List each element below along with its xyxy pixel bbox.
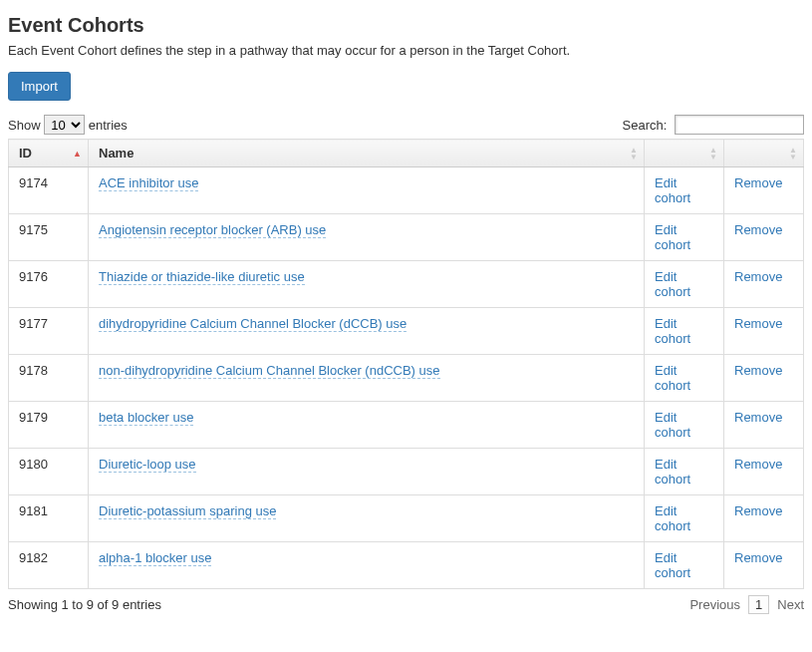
- cohort-link[interactable]: beta blocker use: [99, 410, 193, 426]
- table-row: 9176Thiazide or thiazide-like diuretic u…: [9, 261, 804, 308]
- remove-cohort-link[interactable]: Remove: [734, 457, 782, 472]
- cell-edit: Edit cohort: [645, 167, 724, 214]
- page-title: Event Cohorts: [8, 14, 804, 37]
- pagination: Previous 1 Next: [689, 595, 804, 614]
- edit-cohort-link[interactable]: Edit cohort: [655, 175, 690, 205]
- cell-id: 9177: [9, 308, 89, 355]
- cell-remove: Remove: [724, 449, 804, 495]
- page-description: Each Event Cohort defines the step in a …: [8, 43, 804, 58]
- remove-cohort-link[interactable]: Remove: [734, 316, 782, 331]
- edit-cohort-link[interactable]: Edit cohort: [655, 269, 690, 299]
- length-prefix: Show: [8, 118, 41, 133]
- cohort-link[interactable]: Angiotensin receptor blocker (ARB) use: [99, 222, 326, 238]
- table-row: 9179beta blocker useEdit cohortRemove: [9, 402, 804, 449]
- remove-cohort-link[interactable]: Remove: [734, 410, 782, 425]
- table-row: 9178non-dihydropyridine Calcium Channel …: [9, 355, 804, 402]
- page-length-control: Show 10 entries: [8, 115, 128, 135]
- cell-edit: Edit cohort: [645, 214, 724, 261]
- search-input[interactable]: [675, 115, 804, 135]
- col-header-id[interactable]: ID ▲: [9, 140, 89, 167]
- cell-name: beta blocker use: [89, 402, 645, 449]
- remove-cohort-link[interactable]: Remove: [734, 222, 782, 237]
- cohorts-table: ID ▲ Name ▲▼ ▲▼ ▲▼ 9174: [8, 139, 804, 589]
- edit-cohort-link[interactable]: Edit cohort: [655, 363, 690, 393]
- cell-id: 9175: [9, 214, 89, 261]
- search-control: Search:: [623, 115, 804, 135]
- edit-cohort-link[interactable]: Edit cohort: [655, 410, 690, 440]
- cohort-link[interactable]: alpha-1 blocker use: [99, 550, 211, 566]
- col-header-id-label: ID: [19, 146, 32, 161]
- cell-id: 9176: [9, 261, 89, 308]
- cell-remove: Remove: [724, 308, 804, 355]
- table-row: 9177dihydropyridine Calcium Channel Bloc…: [9, 308, 804, 355]
- cell-remove: Remove: [724, 261, 804, 308]
- cell-name: Angiotensin receptor blocker (ARB) use: [89, 214, 645, 261]
- sort-icon: ▲▼: [630, 147, 638, 161]
- page-number-current[interactable]: 1: [748, 595, 769, 614]
- edit-cohort-link[interactable]: Edit cohort: [655, 222, 690, 252]
- cell-id: 9179: [9, 402, 89, 449]
- table-info: Showing 1 to 9 of 9 entries: [8, 597, 161, 612]
- edit-cohort-link[interactable]: Edit cohort: [655, 457, 690, 487]
- remove-cohort-link[interactable]: Remove: [734, 550, 782, 565]
- edit-cohort-link[interactable]: Edit cohort: [655, 550, 690, 580]
- col-header-edit[interactable]: ▲▼: [645, 140, 724, 167]
- cell-remove: Remove: [724, 495, 804, 542]
- cell-remove: Remove: [724, 214, 804, 261]
- sort-asc-icon: ▲: [73, 149, 82, 158]
- table-row: 9180Diuretic-loop useEdit cohortRemove: [9, 449, 804, 495]
- remove-cohort-link[interactable]: Remove: [734, 503, 782, 518]
- next-page-button[interactable]: Next: [777, 597, 804, 612]
- cell-id: 9181: [9, 495, 89, 542]
- cell-remove: Remove: [724, 542, 804, 589]
- cell-remove: Remove: [724, 355, 804, 402]
- cell-name: Diuretic-potassium sparing use: [89, 495, 645, 542]
- col-header-name-label: Name: [99, 146, 134, 161]
- cohort-link[interactable]: non-dihydropyridine Calcium Channel Bloc…: [99, 363, 440, 379]
- cohort-link[interactable]: Diuretic-loop use: [99, 457, 196, 473]
- cell-id: 9178: [9, 355, 89, 402]
- cell-name: Diuretic-loop use: [89, 449, 645, 495]
- edit-cohort-link[interactable]: Edit cohort: [655, 316, 690, 346]
- length-suffix: entries: [89, 118, 128, 133]
- table-row: 9175Angiotensin receptor blocker (ARB) u…: [9, 214, 804, 261]
- cell-name: non-dihydropyridine Calcium Channel Bloc…: [89, 355, 645, 402]
- cell-edit: Edit cohort: [645, 495, 724, 542]
- cell-name: ACE inhibitor use: [89, 167, 645, 214]
- cell-edit: Edit cohort: [645, 308, 724, 355]
- col-header-remove[interactable]: ▲▼: [724, 140, 804, 167]
- cell-edit: Edit cohort: [645, 355, 724, 402]
- edit-cohort-link[interactable]: Edit cohort: [655, 503, 690, 533]
- page-length-select[interactable]: 10: [44, 115, 85, 135]
- sort-icon: ▲▼: [789, 147, 797, 161]
- cell-name: alpha-1 blocker use: [89, 542, 645, 589]
- cell-id: 9182: [9, 542, 89, 589]
- cell-edit: Edit cohort: [645, 261, 724, 308]
- cell-edit: Edit cohort: [645, 542, 724, 589]
- cohort-link[interactable]: Diuretic-potassium sparing use: [99, 503, 276, 519]
- cell-edit: Edit cohort: [645, 449, 724, 495]
- cell-name: Thiazide or thiazide-like diuretic use: [89, 261, 645, 308]
- table-row: 9181Diuretic-potassium sparing useEdit c…: [9, 495, 804, 542]
- remove-cohort-link[interactable]: Remove: [734, 363, 782, 378]
- cell-remove: Remove: [724, 167, 804, 214]
- cohort-link[interactable]: dihydropyridine Calcium Channel Blocker …: [99, 316, 406, 332]
- table-row: 9182alpha-1 blocker useEdit cohortRemove: [9, 542, 804, 589]
- cell-id: 9180: [9, 449, 89, 495]
- cohort-link[interactable]: ACE inhibitor use: [99, 175, 198, 191]
- sort-icon: ▲▼: [709, 147, 717, 161]
- prev-page-button[interactable]: Previous: [689, 597, 740, 612]
- table-row: 9174ACE inhibitor useEdit cohortRemove: [9, 167, 804, 214]
- cell-edit: Edit cohort: [645, 402, 724, 449]
- cell-remove: Remove: [724, 402, 804, 449]
- import-button[interactable]: Import: [8, 72, 71, 101]
- col-header-name[interactable]: Name ▲▼: [89, 140, 645, 167]
- remove-cohort-link[interactable]: Remove: [734, 269, 782, 284]
- search-label: Search:: [623, 118, 668, 133]
- cell-id: 9174: [9, 167, 89, 214]
- cohort-link[interactable]: Thiazide or thiazide-like diuretic use: [99, 269, 305, 285]
- cell-name: dihydropyridine Calcium Channel Blocker …: [89, 308, 645, 355]
- remove-cohort-link[interactable]: Remove: [734, 175, 782, 190]
